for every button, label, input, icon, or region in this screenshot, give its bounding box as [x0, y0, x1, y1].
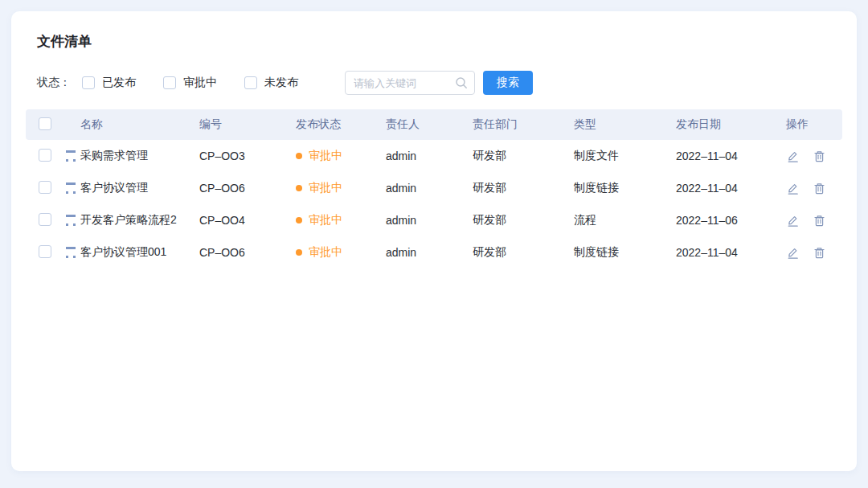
table-body: 采购需求管理 CP–OO3 审批中 admin 研发部 制度文件 2022–11… — [26, 140, 842, 269]
status-dot-icon — [296, 153, 302, 159]
search-box — [345, 71, 475, 95]
row-checkbox[interactable] — [39, 149, 51, 162]
row-checkbox[interactable] — [39, 245, 51, 258]
drag-handle-icon[interactable] — [66, 215, 76, 226]
file-code: CP–OO3 — [199, 150, 296, 162]
table-row: 客户协议管理 CP–OO6 审批中 admin 研发部 制度链接 2022–11… — [26, 172, 842, 204]
select-all-checkbox[interactable] — [39, 117, 51, 130]
file-type: 制度链接 — [574, 181, 676, 195]
filter-bar: 状态： 已发布 审批中 未发布 搜索 — [26, 71, 842, 95]
file-list-card: 文件清单 状态： 已发布 审批中 未发布 搜索 — [11, 11, 857, 471]
approving-checkbox[interactable] — [163, 76, 176, 89]
column-header-department: 责任部门 — [473, 117, 574, 132]
file-code: CP–OO6 — [199, 246, 296, 259]
file-code: CP–OO6 — [199, 182, 296, 195]
unpublished-checkbox[interactable] — [244, 76, 257, 89]
status-filter-label: 状态： — [37, 76, 71, 90]
file-publish-date: 2022–11–06 — [676, 214, 786, 227]
file-type: 流程 — [574, 213, 676, 228]
filter-option-published: 已发布 — [82, 76, 136, 90]
file-department: 研发部 — [473, 245, 574, 260]
drag-handle-icon[interactable] — [66, 182, 76, 194]
file-department: 研发部 — [473, 213, 574, 228]
approving-checkbox-label: 审批中 — [183, 76, 217, 90]
file-publish-date: 2022–11–04 — [676, 150, 786, 162]
published-checkbox[interactable] — [82, 76, 95, 89]
file-table: 名称 编号 发布状态 责任人 责任部门 类型 发布日期 操作 采购需求管理 CP… — [26, 109, 842, 269]
file-department: 研发部 — [473, 149, 574, 163]
page-title: 文件清单 — [26, 32, 842, 51]
file-owner: admin — [386, 246, 473, 259]
row-checkbox[interactable] — [39, 181, 51, 194]
trash-icon[interactable] — [813, 150, 826, 163]
drag-handle-icon[interactable] — [66, 150, 76, 162]
column-header-type: 类型 — [574, 117, 676, 132]
edit-pencil-icon[interactable] — [786, 150, 800, 163]
table-row: 客户协议管理001 CP–OO6 审批中 admin 研发部 制度链接 2022… — [26, 236, 842, 269]
file-owner: admin — [386, 214, 473, 227]
drag-handle-icon[interactable] — [66, 247, 76, 258]
search-button[interactable]: 搜索 — [483, 71, 533, 95]
column-header-code: 编号 — [199, 117, 296, 132]
file-type: 制度链接 — [574, 245, 676, 260]
column-header-owner: 责任人 — [386, 117, 473, 132]
row-checkbox[interactable] — [39, 213, 51, 226]
status-text: 审批中 — [309, 149, 342, 163]
status-text: 审批中 — [309, 245, 342, 260]
status-dot-icon — [296, 185, 302, 191]
table-row: 采购需求管理 CP–OO3 审批中 admin 研发部 制度文件 2022–11… — [26, 140, 842, 172]
edit-pencil-icon[interactable] — [786, 246, 800, 260]
file-type: 制度文件 — [574, 149, 676, 163]
column-header-date: 发布日期 — [676, 117, 786, 132]
file-name: 采购需求管理 — [80, 149, 148, 163]
column-header-status: 发布状态 — [296, 117, 386, 132]
status-text: 审批中 — [309, 213, 342, 228]
file-name: 客户协议管理001 — [80, 245, 166, 260]
filter-option-unpublished: 未发布 — [244, 76, 298, 90]
status-dot-icon — [296, 249, 302, 256]
status-dot-icon — [296, 217, 302, 223]
file-publish-date: 2022–11–04 — [676, 182, 786, 195]
edit-pencil-icon[interactable] — [786, 214, 800, 228]
search-input[interactable] — [345, 71, 475, 95]
trash-icon[interactable] — [813, 246, 826, 260]
unpublished-checkbox-label: 未发布 — [264, 76, 298, 90]
table-header-row: 名称 编号 发布状态 责任人 责任部门 类型 发布日期 操作 — [26, 109, 842, 140]
trash-icon[interactable] — [813, 182, 826, 195]
status-text: 审批中 — [309, 181, 342, 195]
file-department: 研发部 — [473, 181, 574, 195]
edit-pencil-icon[interactable] — [786, 182, 800, 195]
file-name: 客户协议管理 — [80, 181, 148, 195]
file-name: 开发客户策略流程2 — [80, 213, 177, 228]
column-header-operations: 操作 — [786, 117, 842, 132]
file-publish-date: 2022–11–04 — [676, 246, 786, 259]
file-code: CP–OO4 — [199, 214, 296, 227]
file-owner: admin — [386, 150, 473, 162]
published-checkbox-label: 已发布 — [102, 76, 136, 90]
trash-icon[interactable] — [813, 214, 826, 228]
filter-option-approving: 审批中 — [163, 76, 217, 90]
table-row: 开发客户策略流程2 CP–OO4 审批中 admin 研发部 流程 2022–1… — [26, 204, 842, 236]
column-header-name: 名称 — [66, 117, 199, 132]
file-owner: admin — [386, 182, 473, 195]
